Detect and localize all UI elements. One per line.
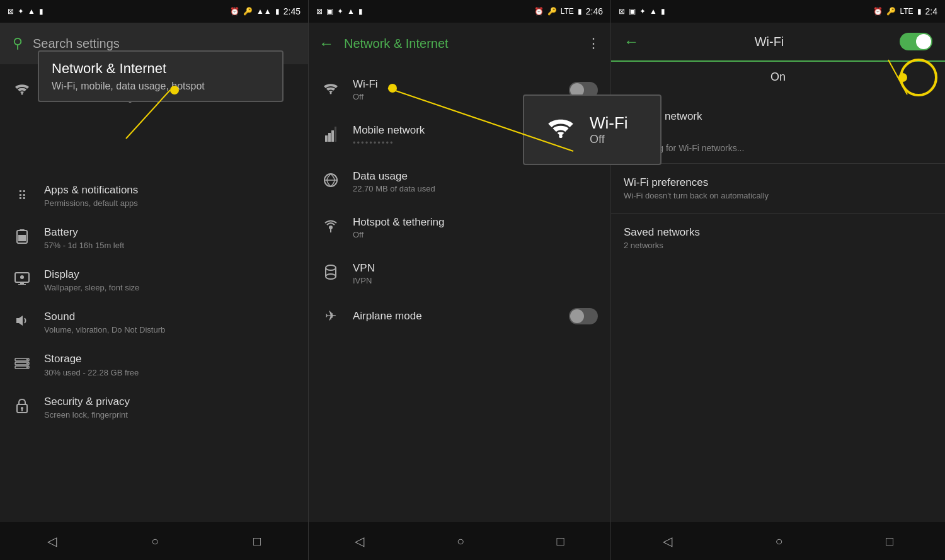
apps-title: Apps & notifications — [44, 183, 295, 197]
status-icons-left-p2: ⊠ ▣ ✦ ▲ ▮ — [316, 7, 363, 16]
data-net-title: Data usage — [353, 170, 598, 183]
hotspot-net-text: Hotspot & tethering Off — [353, 216, 598, 239]
wifi-popup-text: Wi-Fi Off — [590, 113, 628, 146]
lock-icon — [13, 398, 32, 416]
panel-wifi-detail: ⊠ ▣ ✦ ▲ ▮ ⏰ 🔑 LTE ▮ 2:4 ← Wi-Fi On — [611, 0, 945, 560]
settings-item-apps[interactable]: ⠿ Apps & notifications Permissions, defa… — [0, 174, 308, 217]
battery3-icon: ▮ — [578, 7, 582, 16]
tooltip-title: Network & Internet — [52, 64, 270, 77]
apps-icon: ⠿ — [13, 188, 32, 203]
net-item-hotspot[interactable]: Hotspot & tethering Off — [309, 205, 610, 251]
settings-list: Network & Internet Wi-Fi, mobile, data u… — [0, 64, 308, 522]
svg-point-0 — [21, 93, 23, 95]
status-right-p3: ⏰ 🔑 LTE ▮ 2:4 — [873, 6, 937, 16]
nav-bar-p2: ◁ ○ □ — [309, 522, 610, 560]
wifi-on-row: On — [611, 62, 945, 93]
status-icons-left-p3: ⊠ ▣ ✦ ▲ ▮ — [619, 7, 665, 16]
sound-icon — [13, 313, 32, 331]
net-item-airplane[interactable]: ✈ Airplane mode — [309, 297, 610, 336]
net-item-data[interactable]: Data usage 22.70 MB of data used — [309, 159, 610, 205]
svg-point-32 — [559, 134, 562, 137]
net-item-vpn[interactable]: VPN IVPN — [309, 251, 610, 297]
settings-item-storage[interactable]: Storage 30% used - 22.28 GB free — [0, 343, 308, 386]
recent-btn-p2[interactable]: □ — [557, 534, 564, 549]
saved-networks-title: Saved networks — [624, 226, 932, 239]
search-icon: ⚲ — [13, 35, 23, 52]
status-right-p1: ⏰ 🔑 ▲▲ ▮ 2:45 — [230, 6, 301, 16]
key-icon-p3: 🔑 — [886, 7, 896, 16]
status-bar-p2: ⊠ ▣ ✦ ▲ ▮ ⏰ 🔑 LTE ▮ 2:46 — [309, 0, 610, 23]
svg-point-15 — [26, 366, 28, 367]
time-p2: 2:46 — [586, 6, 603, 16]
data-net-text: Data usage 22.70 MB of data used — [353, 170, 598, 193]
alarm-icon-p2: ⏰ — [534, 7, 544, 16]
wifi-pref-subtitle: Wi-Fi doesn't turn back on automatically — [624, 191, 932, 200]
status-icons-left: ⊠ ✦ ▲ ▮ — [8, 7, 43, 16]
nav-bar-p3: ◁ ○ □ — [611, 522, 945, 560]
back-btn-nav-p3[interactable]: ◁ — [663, 534, 672, 549]
status-bar-p1: ⊠ ✦ ▲ ▮ ⏰ 🔑 ▲▲ ▮ 2:45 — [0, 0, 308, 23]
data-net-subtitle: 22.70 MB of data used — [353, 184, 598, 193]
network-tooltip: Network & Internet Wi-Fi, mobile, data u… — [38, 64, 284, 102]
battery-subtitle: 57% - 1d 16h 15m left — [44, 241, 295, 250]
settings-item-battery[interactable]: Battery 57% - 1d 16h 15m left — [0, 217, 308, 259]
saved-networks-sub: 2 networks — [624, 241, 932, 250]
home-btn-p1[interactable]: ○ — [151, 534, 159, 549]
settings-item-security[interactable]: Security & privacy Screen lock, fingerpr… — [0, 386, 308, 428]
storage-text: Storage 30% used - 22.28 GB free — [44, 352, 295, 377]
svg-point-28 — [326, 265, 336, 270]
home-btn-p2[interactable]: ○ — [457, 534, 464, 549]
wifi-preferences-item[interactable]: Wi-Fi preferences Wi-Fi doesn't turn bac… — [611, 166, 945, 210]
battery-icon — [13, 229, 32, 247]
airplane-toggle[interactable] — [569, 308, 598, 324]
storage-subtitle: 30% used - 22.28 GB free — [44, 368, 295, 377]
home-btn-p3[interactable]: ○ — [775, 534, 782, 549]
security-title: Security & privacy — [44, 395, 295, 409]
annotation-dot-p1 — [170, 86, 179, 94]
back-btn-p1[interactable]: ◁ — [47, 534, 57, 549]
airplane-net-text: Airplane mode — [353, 310, 556, 323]
panel2-title: Network & Internet — [344, 37, 576, 51]
voicemail-icon-p3: ⊠ — [619, 7, 625, 16]
svg-point-8 — [20, 275, 24, 279]
battery2-icon: ▮ — [358, 7, 363, 16]
panel-network-internet: ⊠ ▣ ✦ ▲ ▮ ⏰ 🔑 LTE ▮ 2:46 ← Network & Int… — [309, 0, 611, 560]
recent-btn-p3[interactable]: □ — [886, 534, 893, 549]
airplane-net-title: Airplane mode — [353, 310, 556, 323]
display-subtitle: Wallpaper, sleep, font size — [44, 283, 295, 292]
back-btn-p3[interactable]: ← — [624, 33, 639, 50]
recent-btn-p1[interactable]: □ — [253, 534, 261, 549]
sound-subtitle: Volume, vibration, Do Not Disturb — [44, 325, 295, 334]
svg-point-13 — [26, 358, 28, 360]
svg-rect-3 — [20, 229, 25, 231]
security-subtitle: Screen lock, fingerprint — [44, 410, 295, 420]
back-btn-nav-p2[interactable]: ◁ — [355, 534, 364, 549]
vpn-icon — [321, 265, 340, 283]
sound-title: Sound — [44, 310, 295, 324]
svg-rect-7 — [18, 284, 26, 285]
settings-item-display[interactable]: Display Wallpaper, sleep, font size — [0, 259, 308, 301]
saved-networks-item[interactable]: Saved networks 2 networks — [611, 216, 945, 260]
wifi-pref-title: Wi-Fi preferences — [624, 176, 932, 189]
wifi-divider-2 — [611, 213, 945, 214]
panel-settings-list: ⊠ ✦ ▲ ▮ ⏰ 🔑 ▲▲ ▮ 2:45 ⚲ Search settings — [0, 0, 309, 560]
wifi-net-icon — [321, 82, 340, 98]
lte-icon-p3: LTE — [900, 7, 913, 16]
svg-rect-18 — [21, 409, 23, 411]
svg-rect-21 — [328, 133, 331, 142]
wifi-popup-title: Wi-Fi — [590, 113, 628, 133]
nav-bar-p1: ◁ ○ □ — [0, 522, 308, 560]
lte-icon-p2: LTE — [561, 7, 574, 16]
wifi-header-title: Wi-Fi — [649, 35, 890, 49]
battery-text: Battery 57% - 1d 16h 15m left — [44, 226, 295, 250]
apps-text: Apps & notifications Permissions, defaul… — [44, 183, 295, 208]
settings-item-sound[interactable]: Sound Volume, vibration, Do Not Disturb — [0, 301, 308, 343]
wifi2-icon: ▲ — [347, 7, 355, 16]
wifi-status-icon: ▲ — [28, 7, 35, 16]
more-btn-p2[interactable]: ⋮ — [587, 35, 600, 52]
wifi-on-toggle[interactable] — [900, 33, 932, 50]
back-btn-p2[interactable]: ← — [319, 35, 334, 52]
wifi-icon — [13, 83, 32, 98]
svg-point-19 — [330, 92, 332, 94]
signal2-icon: ✦ — [337, 7, 343, 16]
